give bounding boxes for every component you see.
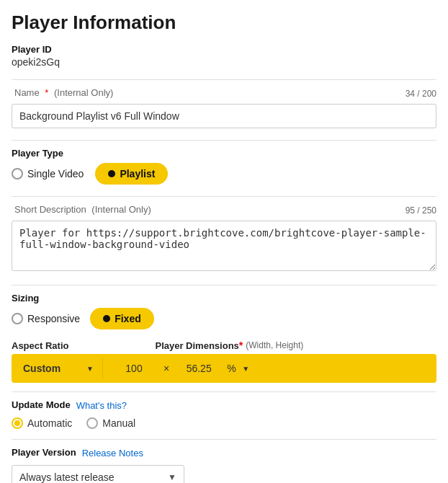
aspect-ratio-select[interactable]: Custom 16:9 4:3 1:1 [17,360,97,377]
dimensions-required: * [239,340,243,351]
update-mode-header: Update Mode What's this? [12,399,436,412]
name-section: Name * (Internal Only) 34 / 200 [12,79,436,128]
player-id-value: opeki2sGq [12,56,436,68]
sizing-section: Sizing Responsive Fixed [12,285,436,329]
fixed-dot [103,315,110,322]
version-header: Player Version Release Notes [12,447,436,459]
update-manual[interactable]: Manual [86,417,135,429]
single-video-label: Single Video [27,168,84,180]
page-title: Player Information [12,12,436,34]
manual-radio[interactable] [86,417,98,429]
update-mode-label: Update Mode [12,399,71,410]
update-mode-section: Update Mode What's this? Automatic Manua… [12,391,436,429]
sizing-label: Sizing [12,293,436,303]
automatic-label: Automatic [27,417,72,429]
update-automatic[interactable]: Automatic [12,417,72,429]
version-select[interactable]: Always latest release 6.x 7.x [12,466,184,483]
player-type-single-video[interactable]: Single Video [12,168,84,180]
dimensions-sublabel: (Width, Height) [246,340,303,350]
sizing-options: Responsive Fixed [12,308,436,329]
player-id-section: Player ID opeki2sGq [12,44,436,68]
name-char-count: 34 / 200 [406,89,436,99]
short-desc-char-count: 95 / 250 [406,205,436,216]
aspect-ratio-label: Aspect Ratio [12,340,68,351]
player-id-label: Player ID [12,44,436,55]
short-description-input[interactable]: Player for https://support.brightcove.co… [12,221,436,271]
name-header: Name * (Internal Only) 34 / 200 [12,87,436,99]
aspect-ratio-row: Aspect Ratio Player Dimensions * (Width,… [12,340,436,383]
dimension-x: × [163,363,169,374]
width-input[interactable] [109,360,159,377]
aspect-select-wrapper[interactable]: Custom 16:9 4:3 1:1 ▼ [17,360,97,377]
height-input[interactable] [174,360,224,377]
update-mode-whats-this-link[interactable]: What's this? [76,400,127,411]
manual-label: Manual [102,417,135,429]
sizing-responsive[interactable]: Responsive [12,313,80,324]
player-type-options: Single Video Playlist [12,163,436,185]
single-video-radio[interactable] [12,168,23,180]
name-required: * [45,87,48,98]
unit-select-wrapper[interactable]: % px ▼ [224,360,252,377]
player-type-label: Player Type [12,148,436,159]
name-input[interactable] [12,104,436,128]
release-notes-link[interactable]: Release Notes [82,448,143,458]
playlist-dot [108,170,115,177]
player-version-label: Player Version [12,447,76,458]
short-desc-label: Short Description (Internal Only) [12,204,151,215]
short-desc-header: Short Description (Internal Only) 95 / 2… [12,204,436,216]
version-select-wrapper[interactable]: Always latest release 6.x 7.x ▼ [12,465,184,483]
short-description-section: Short Description (Internal Only) 95 / 2… [12,196,436,273]
fixed-label: Fixed [115,313,141,324]
responsive-label: Responsive [27,313,80,324]
player-type-playlist-btn[interactable]: Playlist [95,163,168,185]
aspect-ratio-labels: Aspect Ratio Player Dimensions * (Width,… [12,340,436,351]
playlist-label: Playlist [120,168,155,180]
name-label: Name * (Internal Only) [12,87,113,98]
player-version-section: Player Version Release Notes Always late… [12,439,436,483]
player-type-section: Player Type Single Video Playlist [12,140,436,185]
sizing-fixed-btn[interactable]: Fixed [90,308,154,329]
dimensions-label: Player Dimensions [155,340,238,351]
dimension-separator [102,358,103,378]
update-options: Automatic Manual [12,417,436,429]
automatic-radio[interactable] [12,417,23,429]
aspect-dimensions-row: Custom 16:9 4:3 1:1 ▼ × % px ▼ [12,354,436,383]
responsive-radio[interactable] [12,313,23,324]
short-desc-sublabel: (Internal Only) [91,204,151,215]
name-sublabel: (Internal Only) [54,87,113,98]
unit-select[interactable]: % px [224,360,252,377]
